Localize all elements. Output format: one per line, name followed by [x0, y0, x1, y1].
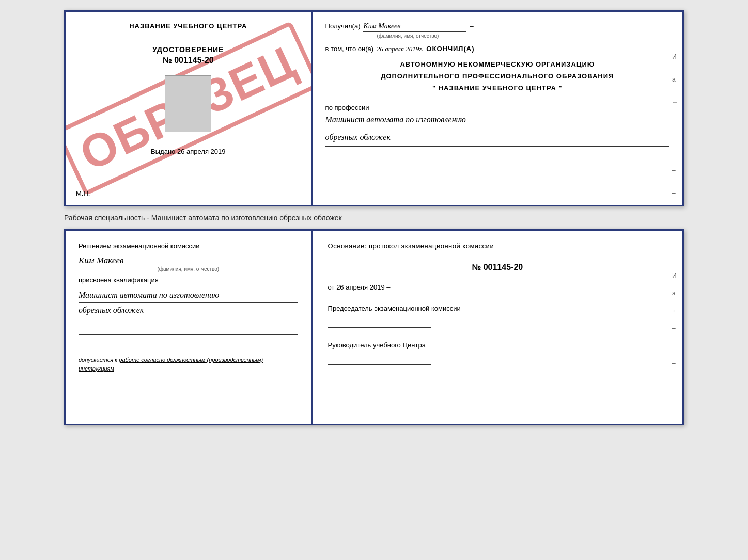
qual-line1: Машинист автомата по изготовлению — [79, 288, 298, 303]
protocol-date-prefix: от — [328, 283, 335, 291]
mark-i-b: И — [672, 272, 678, 279]
fio-sublabel-top: (фамилия, имя, отчество) — [377, 33, 669, 39]
mark-dash4-b: – — [672, 377, 678, 385]
in-that-prefix: в том, что он(а) — [325, 45, 373, 53]
issue-prefix: Выдано — [151, 148, 175, 155]
basis-label: Основание: протокол экзаменационной коми… — [328, 241, 667, 251]
mark-dash4: – — [672, 189, 678, 197]
director-block: Руководитель учебного Центра — [328, 340, 667, 365]
protocol-dash: – — [386, 283, 390, 291]
cert-right-panel: Получил(а) Ким Макеев – (фамилия, имя, о… — [313, 12, 682, 205]
dash1: – — [470, 22, 473, 30]
middle-specialty-label: Рабочая специальность - Машинист автомат… — [64, 212, 684, 224]
mark-dash3: – — [672, 167, 678, 174]
allowed-block: допускается к работе согласно должностны… — [79, 356, 298, 373]
mark-dash2-b: – — [672, 342, 678, 349]
chairman-label: Председатель экзаменационной комиссии — [328, 305, 461, 312]
cert-doc-number: № 001145-20 — [163, 56, 214, 65]
photo-placeholder — [165, 75, 211, 132]
cert-doc-label: УДОСТОВЕРЕНИЕ — [152, 45, 224, 54]
mark-a: а — [672, 76, 678, 83]
mark-i: И — [672, 53, 678, 60]
cert-issue-date: Выдано 26 апреля 2019 — [151, 148, 225, 155]
assigned-label: присвоена квалификация — [79, 276, 298, 284]
received-row: Получил(а) Ким Макеев – (фамилия, имя, о… — [325, 22, 669, 39]
bottom-person-name: Ким Макеев — [79, 255, 172, 266]
protocol-date-block: от 26 апреля 2019 – — [328, 283, 667, 291]
in-that-row: в том, что он(а) 26 апреля 2019г. окончи… — [325, 45, 669, 53]
chairman-sig-line — [328, 317, 431, 328]
blank-line2 — [79, 343, 298, 351]
org-line2: ДОПОЛНИТЕЛЬНОГО ПРОФЕССИОНАЛЬНОГО ОБРАЗО… — [325, 71, 669, 82]
finished-label: окончил(а) — [426, 45, 474, 53]
decision-prefix: Решением экзаменационной комиссии — [79, 242, 200, 250]
allowed-prefix: допускается к — [79, 357, 117, 363]
cert-bottom-left: Решением экзаменационной комиссии Ким Ма… — [66, 231, 313, 424]
profession-value-line1: Машинист автомата по изготовлению — [325, 113, 669, 129]
right-side-marks-top: И а ← – – – – — [672, 53, 678, 197]
in-that-inline: в том, что он(а) 26 апреля 2019г. окончи… — [325, 45, 669, 53]
mark-a-b: а — [672, 290, 678, 297]
received-name-row: Получил(а) Ким Макеев – — [325, 22, 669, 32]
mark-dash2: – — [672, 144, 678, 151]
profession-value-line2: обрезных обложек — [325, 130, 669, 147]
protocol-number: № 001145-20 — [328, 263, 667, 272]
blank-line3 — [79, 381, 298, 389]
profession-block-top: по профессии Машинист автомата по изгото… — [325, 100, 669, 147]
person-name-top: Ким Макеев — [363, 22, 466, 32]
right-side-marks-bottom: И а ← – – – – — [672, 272, 678, 385]
director-label: Руководитель учебного Центра — [328, 341, 426, 349]
in-that-date: 26 апреля 2019г. — [377, 45, 423, 53]
mark-dash1: – — [672, 121, 678, 129]
protocol-date-value: 26 апреля 2019 — [336, 283, 385, 291]
qual-line2: обрезных обложек — [79, 303, 298, 318]
mark-dash1-b: – — [672, 325, 678, 332]
blank-line1 — [79, 327, 298, 335]
mark-arrow-b: ← — [672, 307, 678, 314]
qualification-block: Машинист автомата по изготовлению обрезн… — [79, 288, 298, 319]
bottom-person-block: Ким Макеев (фамилия, имя, отчество) — [79, 255, 298, 272]
mp-label: М.П. — [76, 189, 90, 197]
received-label: Получил(а) — [325, 22, 361, 30]
document-wrapper: НАЗВАНИЕ УЧЕБНОГО ЦЕНТРА ОБРАЗЕЦ УДОСТОВ… — [64, 10, 684, 425]
top-certificate: НАЗВАНИЕ УЧЕБНОГО ЦЕНТРА ОБРАЗЕЦ УДОСТОВ… — [64, 10, 684, 206]
profession-label-top: по профессии — [325, 104, 669, 111]
org-line3: " НАЗВАНИЕ УЧЕБНОГО ЦЕНТРА " — [325, 83, 669, 94]
cert-bottom-right: Основание: протокол экзаменационной коми… — [313, 231, 682, 424]
cert-left-title: НАЗВАНИЕ УЧЕБНОГО ЦЕНТРА — [129, 22, 247, 30]
mark-arrow: ← — [672, 99, 678, 106]
bottom-certificate: Решением экзаменационной комиссии Ким Ма… — [64, 229, 684, 425]
cert-left-panel: НАЗВАНИЕ УЧЕБНОГО ЦЕНТРА ОБРАЗЕЦ УДОСТОВ… — [66, 12, 313, 205]
org-line1: АВТОНОМНУЮ НЕКОММЕРЧЕСКУЮ ОРГАНИЗАЦИЮ — [325, 59, 669, 70]
org-block: АВТОНОМНУЮ НЕКОММЕРЧЕСКУЮ ОРГАНИЗАЦИЮ ДО… — [325, 59, 669, 93]
mark-dash3-b: – — [672, 360, 678, 367]
decision-text: Решением экзаменационной комиссии — [79, 241, 298, 251]
chairman-block: Председатель экзаменационной комиссии — [328, 303, 667, 328]
bottom-fio-sublabel: (фамилия, имя, отчество) — [79, 266, 298, 272]
issue-date-value: 26 апреля 2019 — [177, 148, 226, 155]
director-sig-line — [328, 355, 431, 365]
